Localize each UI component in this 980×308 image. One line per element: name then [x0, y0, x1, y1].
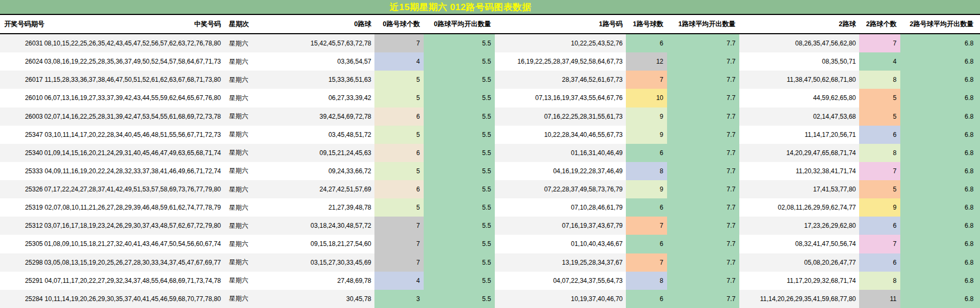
- cell-road2-count: 5: [859, 180, 900, 198]
- cell-road2-average: 6.8: [900, 89, 980, 107]
- cell-period: 25291: [0, 272, 47, 290]
- cell-road0-numbers: 06,27,33,39,42: [251, 89, 374, 107]
- cell-winning-numbers: 03,05,08,13,15,19,20,25,26,27,28,30,33,3…: [47, 253, 227, 272]
- cell-road2-average: 6.8: [900, 107, 980, 126]
- cell-road1-average: 7.7: [667, 217, 739, 235]
- cell-winning-numbers: 04,09,11,16,19,20,22,24,28,32,33,37,38,4…: [47, 162, 227, 180]
- cell-winning-numbers: 03,07,16,17,18,19,23,24,26,29,30,37,43,4…: [47, 217, 227, 235]
- cell-road1-count: 6: [626, 235, 667, 253]
- cell-road2-count: 7: [859, 235, 900, 253]
- cell-road0-count: 4: [374, 272, 424, 290]
- title-bar: 近15期星期六 012路号码图表数据: [0, 0, 980, 15]
- cell-road1-numbers: 07,10,28,46,61,79: [495, 198, 626, 217]
- cell-road2-count: 4: [859, 52, 900, 71]
- cell-road2-numbers: 11,14,17,20,56,71: [739, 126, 859, 144]
- cell-winning-numbers: 10,11,14,19,20,26,29,30,35,37,40,41,45,4…: [47, 290, 227, 308]
- cell-road2-numbers: 11,17,20,29,32,68,71,74: [739, 272, 859, 290]
- cell-road1-count: 12: [626, 52, 667, 71]
- table-row: 25333 04,09,11,16,19,20,22,24,28,32,33,3…: [0, 162, 980, 180]
- cell-road1-count: 9: [626, 107, 667, 126]
- cell-road1-count: 6: [626, 34, 667, 52]
- cell-road2-numbers: 11,14,20,26,29,35,41,59,68,77,80: [739, 290, 859, 308]
- cell-road1-numbers: 13,19,25,28,34,37,67: [495, 253, 626, 272]
- cell-road0-average: 5.5: [424, 290, 495, 308]
- cell-road0-numbers: 30,45,78: [251, 290, 374, 308]
- cell-winning-numbers: 11,15,28,33,36,37,38,46,47,50,51,52,61,6…: [47, 71, 227, 89]
- cell-weekday: 星期六: [227, 198, 251, 217]
- cell-road2-count: 7: [859, 34, 900, 52]
- cell-period: 25319: [0, 198, 47, 217]
- cell-road2-count: 5: [859, 107, 900, 126]
- cell-road1-count: 8: [626, 162, 667, 180]
- cell-road1-count: 7: [626, 71, 667, 89]
- table-row: 25340 01,09,14,15,16,20,21,24,29,31,40,4…: [0, 144, 980, 162]
- cell-road2-average: 6.8: [900, 272, 980, 290]
- cell-period: 26031: [0, 34, 47, 52]
- cell-road1-average: 7.7: [667, 290, 739, 308]
- cell-road2-count: 11: [859, 290, 900, 308]
- cell-weekday: 星期六: [227, 235, 251, 253]
- cell-road0-average: 5.5: [424, 126, 495, 144]
- cell-weekday: 星期六: [227, 89, 251, 107]
- cell-road1-count: 7: [626, 253, 667, 272]
- cell-road2-average: 6.8: [900, 162, 980, 180]
- cell-period: 26024: [0, 52, 47, 71]
- cell-road2-count: 6: [859, 253, 900, 272]
- table-row: 26031 08,10,15,22,25,26,35,42,43,45,47,5…: [0, 34, 980, 52]
- cell-road1-numbers: 07,16,19,37,43,67,79: [495, 217, 626, 235]
- cell-road2-numbers: 17,23,26,29,62,80: [739, 217, 859, 235]
- cell-road2-count: 8: [859, 144, 900, 162]
- cell-period: 26003: [0, 107, 47, 126]
- cell-road2-average: 6.8: [900, 217, 980, 235]
- cell-road0-average: 5.5: [424, 34, 495, 52]
- table-row: 25291 04,07,11,17,20,22,27,29,32,34,37,4…: [0, 272, 980, 290]
- cell-winning-numbers: 02,07,14,16,22,25,28,31,39,42,47,53,54,5…: [47, 107, 227, 126]
- cell-road0-count: 5: [374, 71, 424, 89]
- cell-road1-numbers: 10,22,28,34,40,46,55,67,73: [495, 126, 626, 144]
- cell-period: 25333: [0, 162, 47, 180]
- cell-road1-average: 7.7: [667, 198, 739, 217]
- column-header-road2-count: 2路球个数: [859, 15, 900, 33]
- cell-weekday: 星期六: [227, 180, 251, 198]
- cell-road0-count: 5: [374, 89, 424, 107]
- cell-period: 26017: [0, 71, 47, 89]
- cell-road1-numbers: 04,07,22,34,37,55,64,73: [495, 272, 626, 290]
- cell-road0-numbers: 09,24,33,66,72: [251, 162, 374, 180]
- cell-road1-average: 7.7: [667, 107, 739, 126]
- cell-road0-count: 5: [374, 126, 424, 144]
- cell-road0-average: 5.5: [424, 198, 495, 217]
- cell-road2-numbers: 08,35,50,71: [739, 52, 859, 71]
- cell-road0-count: 6: [374, 144, 424, 162]
- column-header-road0-count: 0路号球个数: [374, 15, 424, 33]
- cell-road2-count: 8: [859, 71, 900, 89]
- cell-road1-average: 7.7: [667, 162, 739, 180]
- table-row: 25347 03,10,11,14,17,20,22,28,34,40,45,4…: [0, 126, 980, 144]
- column-header-road2-average: 2路号球平均开出数量: [900, 15, 980, 33]
- cell-winning-numbers: 03,08,16,19,22,25,28,35,36,37,49,50,52,5…: [47, 52, 227, 71]
- cell-road0-average: 5.5: [424, 162, 495, 180]
- cell-period: 25298: [0, 253, 47, 272]
- cell-road1-average: 7.7: [667, 89, 739, 107]
- cell-road0-numbers: 03,36,54,57: [251, 52, 374, 71]
- column-header-road0-average: 0路球平均开出数量: [424, 15, 495, 33]
- cell-winning-numbers: 07,17,22,24,27,28,37,41,42,49,51,53,57,5…: [47, 180, 227, 198]
- cell-road2-numbers: 11,38,47,50,62,68,71,80: [739, 71, 859, 89]
- cell-road1-numbers: 07,13,16,19,37,43,55,64,67,76: [495, 89, 626, 107]
- cell-road1-numbers: 01,10,40,43,46,67: [495, 235, 626, 253]
- cell-road0-count: 6: [374, 180, 424, 198]
- cell-road1-numbers: 10,19,37,40,46,70: [495, 290, 626, 308]
- cell-road1-average: 7.7: [667, 71, 739, 89]
- cell-road0-average: 5.5: [424, 253, 495, 272]
- cell-road2-numbers: 44,59,62,65,80: [739, 89, 859, 107]
- cell-road0-numbers: 24,27,42,51,57,69: [251, 180, 374, 198]
- cell-road1-numbers: 10,22,25,43,52,76: [495, 34, 626, 52]
- cell-road0-count: 7: [374, 235, 424, 253]
- cell-road0-average: 5.5: [424, 52, 495, 71]
- cell-road0-average: 5.5: [424, 235, 495, 253]
- cell-weekday: 星期六: [227, 217, 251, 235]
- table-row: 26010 06,07,13,16,19,27,33,37,39,42,43,4…: [0, 89, 980, 107]
- cell-road2-count: 7: [859, 162, 900, 180]
- column-header-period: 开奖号码期号: [0, 15, 47, 33]
- table-row: 25284 10,11,14,19,20,26,29,30,35,37,40,4…: [0, 290, 980, 308]
- cell-road2-count: 6: [859, 217, 900, 235]
